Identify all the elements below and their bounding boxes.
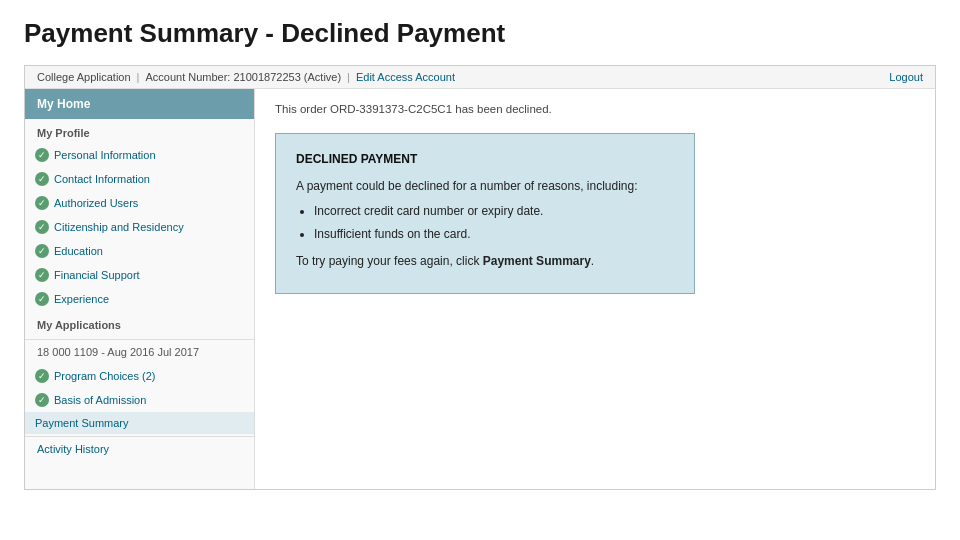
account-label: Account Number: 21001872253 (Active) <box>145 71 341 83</box>
sidebar-app-item-label: Program Choices (2) <box>54 370 155 382</box>
sidebar-item-label: Citizenship and Residency <box>54 221 184 233</box>
check-icon: ✓ <box>35 393 49 407</box>
declined-intro: A payment could be declined for a number… <box>296 177 674 196</box>
sidebar-item-label: Experience <box>54 293 109 305</box>
check-icon: ✓ <box>35 369 49 383</box>
top-bar: College Application | Account Number: 21… <box>25 66 935 89</box>
check-icon: ✓ <box>35 268 49 282</box>
main-layout: My Home My Profile ✓Personal Information… <box>25 89 935 489</box>
sidebar-item-label: Contact Information <box>54 173 150 185</box>
sidebar-item-label: Authorized Users <box>54 197 138 209</box>
sidebar-app-item[interactable]: ✓Basis of Admission <box>25 388 254 412</box>
cta-link[interactable]: Payment Summary <box>483 254 591 268</box>
sidebar-applications-label: My Applications <box>25 311 254 335</box>
sidebar-item[interactable]: ✓Contact Information <box>25 167 254 191</box>
order-notice: This order ORD-3391373-C2C5C1 has been d… <box>275 103 915 115</box>
sidebar-app-item[interactable]: Payment Summary <box>25 412 254 434</box>
sidebar-profile-label: My Profile <box>25 119 254 143</box>
app-frame: College Application | Account Number: 21… <box>24 65 936 490</box>
sidebar-activity[interactable]: Activity History <box>25 436 254 461</box>
declined-reasons-list: Incorrect credit card number or expiry d… <box>314 202 674 243</box>
sidebar-item-label: Education <box>54 245 103 257</box>
sidebar-item[interactable]: ✓Experience <box>25 287 254 311</box>
declined-heading: DECLINED PAYMENT <box>296 150 674 169</box>
declined-cta: To try paying your fees again, click Pay… <box>296 252 674 271</box>
sidebar-item[interactable]: ✓Personal Information <box>25 143 254 167</box>
sidebar-app-item-label: Payment Summary <box>35 417 129 429</box>
sidebar-item-label: Financial Support <box>54 269 140 281</box>
declined-reason: Insufficient funds on the card. <box>314 225 674 244</box>
check-icon: ✓ <box>35 292 49 306</box>
sidebar: My Home My Profile ✓Personal Information… <box>25 89 255 489</box>
content-area: This order ORD-3391373-C2C5C1 has been d… <box>255 89 935 489</box>
sidebar-item[interactable]: ✓Education <box>25 239 254 263</box>
sep1: | <box>137 71 140 83</box>
sidebar-app-item-label: Basis of Admission <box>54 394 146 406</box>
check-icon: ✓ <box>35 172 49 186</box>
declined-payment-box: DECLINED PAYMENT A payment could be decl… <box>275 133 695 294</box>
logout-link[interactable]: Logout <box>889 71 923 83</box>
sidebar-home[interactable]: My Home <box>25 89 254 119</box>
sidebar-item[interactable]: ✓Financial Support <box>25 263 254 287</box>
sidebar-item[interactable]: ✓Citizenship and Residency <box>25 215 254 239</box>
cta-end: . <box>591 254 594 268</box>
edit-access-link[interactable]: Edit Access Account <box>356 71 455 83</box>
sep2: | <box>347 71 350 83</box>
sidebar-item-label: Personal Information <box>54 149 156 161</box>
declined-reason: Incorrect credit card number or expiry d… <box>314 202 674 221</box>
sidebar-app-item[interactable]: ✓Program Choices (2) <box>25 364 254 388</box>
sidebar-item[interactable]: ✓Authorized Users <box>25 191 254 215</box>
check-icon: ✓ <box>35 244 49 258</box>
sidebar-profile-items: ✓Personal Information✓Contact Informatio… <box>25 143 254 311</box>
page-title: Payment Summary - Declined Payment <box>24 18 936 49</box>
check-icon: ✓ <box>35 196 49 210</box>
cta-text: To try paying your fees again, click <box>296 254 483 268</box>
sidebar-app-items: ✓Program Choices (2)✓Basis of AdmissionP… <box>25 364 254 434</box>
check-icon: ✓ <box>35 148 49 162</box>
check-icon: ✓ <box>35 220 49 234</box>
top-bar-left: College Application | Account Number: 21… <box>37 71 455 83</box>
app-label: College Application <box>37 71 131 83</box>
sidebar-app-id: 18 000 1109 - Aug 2016 Jul 2017 <box>25 339 254 364</box>
